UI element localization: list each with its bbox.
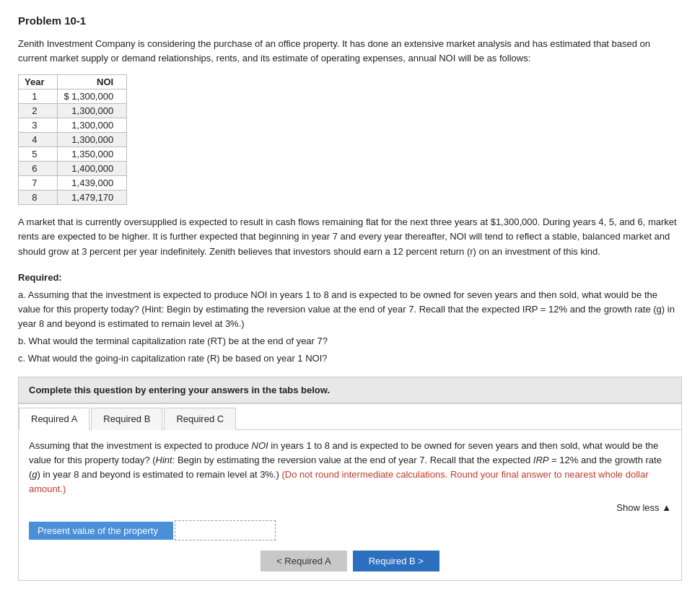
show-less-label[interactable]: Show less ▲ — [616, 502, 671, 513]
table-row-noi-2: 1,300,000 — [58, 104, 127, 118]
table-row-year-6: 6 — [19, 162, 58, 176]
table-row-year-4: 4 — [19, 133, 58, 147]
complete-box-text: Complete this question by entering your … — [29, 385, 330, 395]
answer-input[interactable] — [175, 520, 276, 540]
required-c-text: c. What would the going-in capitalizatio… — [18, 351, 682, 366]
nav-buttons: < Required A Required B > — [29, 551, 671, 571]
tabs-container: Required A Required B Required C Assumin… — [18, 403, 682, 582]
tab-a-description: Assuming that the investment is expected… — [29, 439, 671, 497]
table-row-year-7: 7 — [19, 176, 58, 190]
tabs-bar: Required A Required B Required C — [19, 404, 681, 430]
body-paragraph: A market that is currently oversupplied … — [18, 215, 682, 258]
required-section: Required: a. Assuming that the investmen… — [18, 271, 682, 367]
required-heading: Required: — [18, 272, 62, 283]
table-row-noi-1: $ 1,300,000 — [58, 89, 127, 104]
col-noi: NOI — [58, 75, 127, 89]
table-row-noi-6: 1,400,000 — [58, 162, 127, 176]
problem-title: Problem 10-1 — [18, 14, 682, 27]
noi-table: Year NOI 1$ 1,300,00021,300,00031,300,00… — [18, 74, 127, 205]
intro-paragraph: Zenith Investment Company is considering… — [18, 37, 682, 66]
show-less[interactable]: Show less ▲ — [29, 502, 671, 513]
table-row-year-8: 8 — [19, 190, 58, 205]
answer-row: Present value of the property — [29, 520, 671, 540]
prev-button[interactable]: < Required A — [261, 551, 347, 571]
table-row-noi-8: 1,479,170 — [58, 190, 127, 205]
complete-box: Complete this question by entering your … — [18, 377, 682, 403]
table-row-year-1: 1 — [19, 89, 58, 104]
required-b-text: b. What would the terminal capitalizatio… — [18, 334, 682, 349]
table-row-year-3: 3 — [19, 118, 58, 133]
next-button[interactable]: Required B > — [353, 551, 439, 571]
tab-content-a: Assuming that the investment is expected… — [19, 430, 681, 581]
table-row-year-5: 5 — [19, 147, 58, 162]
table-row-noi-7: 1,439,000 — [58, 176, 127, 190]
table-row-year-2: 2 — [19, 104, 58, 118]
table-row-noi-4: 1,300,000 — [58, 133, 127, 147]
tab-required-a[interactable]: Required A — [19, 408, 89, 430]
col-year: Year — [19, 75, 58, 89]
tab-required-c[interactable]: Required C — [164, 408, 236, 430]
required-a-text: a. Assuming that the investment is expec… — [18, 288, 682, 331]
tab-required-b[interactable]: Required B — [91, 408, 162, 430]
answer-label: Present value of the property — [29, 522, 173, 540]
table-row-noi-5: 1,350,000 — [58, 147, 127, 162]
table-row-noi-3: 1,300,000 — [58, 118, 127, 133]
